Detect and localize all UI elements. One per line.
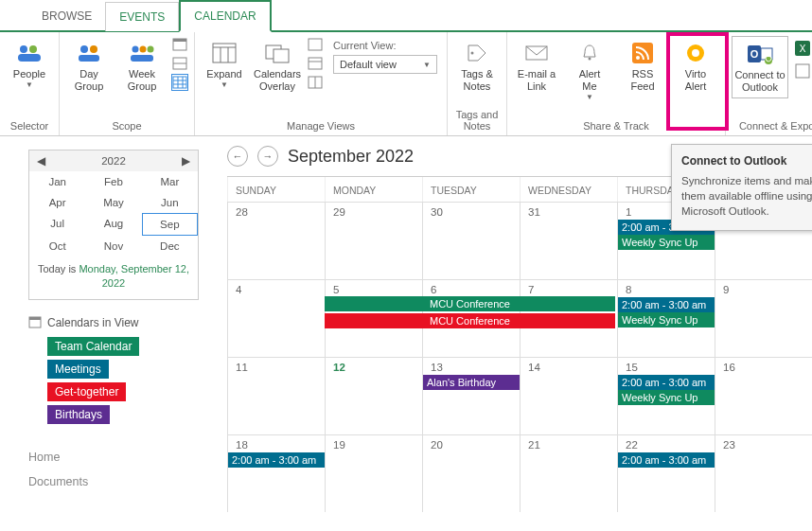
calendar-cell[interactable]: 23 xyxy=(715,434,812,512)
tab-events[interactable]: EVENTS xyxy=(105,2,179,31)
calendar-cell[interactable]: 4 xyxy=(227,279,325,357)
scope-day-icon[interactable] xyxy=(171,36,188,53)
mini-month-aug[interactable]: Aug xyxy=(85,213,141,236)
calendar-chip[interactable]: Team Calendar xyxy=(47,337,139,356)
mini-month-nov[interactable]: Nov xyxy=(85,236,141,257)
svg-rect-44 xyxy=(796,64,809,78)
svg-point-3 xyxy=(80,45,88,53)
calendar-event-bar[interactable]: MCU Conference xyxy=(325,313,615,328)
day-number: 22 xyxy=(618,439,715,451)
week-group-button[interactable]: Week Group xyxy=(118,36,166,97)
day-group-button[interactable]: Day Group xyxy=(65,36,113,97)
calendar-cell[interactable]: 222:00 am - 3:00 am xyxy=(617,434,715,512)
calendar-cell[interactable]: 29 xyxy=(325,202,422,279)
calendar-event[interactable]: 2:00 am - 3:00 am xyxy=(618,452,715,468)
export-excel-button[interactable]: X E xyxy=(794,40,812,57)
calendar-event[interactable]: Weekly Sync Up xyxy=(618,235,715,250)
expand-button[interactable]: Expand ▼ xyxy=(201,36,248,94)
mini-next-icon[interactable]: ▶ xyxy=(182,154,190,168)
excel-icon: X xyxy=(794,40,811,57)
view-small-buttons xyxy=(307,36,324,91)
mini-month-mar[interactable]: Mar xyxy=(142,171,198,192)
svg-point-37 xyxy=(692,49,699,57)
mini-month-jul[interactable]: Jul xyxy=(29,213,85,236)
svg-point-7 xyxy=(140,46,147,53)
calendar-cell[interactable]: 9 xyxy=(715,279,812,357)
day-number: 18 xyxy=(228,439,325,451)
connect-to-outlook-button[interactable]: O Connect to Outlook xyxy=(732,36,788,98)
group-connect-export: O Connect to Outlook X E Fo Connect & Ex… xyxy=(726,32,812,135)
calendar-cell[interactable]: 11 xyxy=(227,357,325,434)
today-line: Today is Monday, September 12, 2022 xyxy=(29,257,198,299)
calendar-cell[interactable]: 182:00 am - 3:00 am xyxy=(227,434,325,512)
svg-rect-9 xyxy=(131,55,153,62)
calendar-cell[interactable]: 152:00 am - 3:00 amWeekly Sync Up xyxy=(617,357,715,434)
nav-documents[interactable]: Documents xyxy=(28,475,206,488)
day-number: 19 xyxy=(326,439,422,451)
calendar-cell[interactable]: 14 xyxy=(520,357,617,434)
calendar-cell[interactable]: 82:00 am - 3:00 amWeekly Sync Up xyxy=(617,279,715,357)
create-view-icon[interactable] xyxy=(307,36,324,53)
nav-home[interactable]: Home xyxy=(28,451,206,464)
calendar-cell[interactable]: 19 xyxy=(325,434,422,512)
calendar-event[interactable]: Alan's Birthday xyxy=(423,375,520,390)
calendar-cell[interactable]: 21 xyxy=(520,434,617,512)
tab-calendar[interactable]: CALENDAR xyxy=(179,0,271,32)
tab-browse[interactable]: BROWSE xyxy=(28,2,105,30)
today-link[interactable]: Monday, September 12, 2022 xyxy=(79,263,189,289)
calendar-event[interactable]: Weekly Sync Up xyxy=(618,390,715,405)
calendar-cell[interactable]: 30 xyxy=(422,202,520,279)
current-view-select[interactable]: Default view ▼ xyxy=(333,55,437,74)
svg-point-1 xyxy=(29,45,37,53)
next-month-button[interactable]: → xyxy=(257,146,278,167)
tags-notes-button[interactable]: Tags & Notes xyxy=(453,36,501,97)
email-link-button[interactable]: E-mail a Link xyxy=(513,36,560,97)
create-column-icon[interactable] xyxy=(307,74,324,91)
group-selector: People ▼ Selector xyxy=(0,32,60,135)
mini-month-jan[interactable]: Jan xyxy=(29,171,85,192)
calendar-cell[interactable]: 20 xyxy=(422,434,520,512)
group-share-track: E-mail a Link Alert Me ▼ RSS Feed Virto … xyxy=(507,32,726,135)
calendar-event-bar[interactable]: MCU Conference xyxy=(325,296,615,311)
mini-calendar: ◀ 2022 ▶ JanFebMarAprMayJunJulAugSepOctN… xyxy=(28,150,199,300)
calendar-cell[interactable]: 31 xyxy=(520,202,617,279)
mini-month-apr[interactable]: Apr xyxy=(29,192,85,213)
mini-month-sep[interactable]: Sep xyxy=(142,213,198,236)
scope-week-icon[interactable] xyxy=(171,55,188,72)
calendar-event[interactable]: 2:00 am - 3:00 am xyxy=(228,452,325,468)
virto-alert-button[interactable]: Virto Alert xyxy=(672,36,719,97)
form-button[interactable]: Fo xyxy=(794,62,812,80)
calendar-chip[interactable]: Birthdays xyxy=(47,405,110,424)
scope-month-icon[interactable] xyxy=(171,74,188,91)
prev-month-button[interactable]: ← xyxy=(227,146,248,167)
alert-me-button[interactable]: Alert Me ▼ xyxy=(566,36,613,106)
calendars-overlay-button[interactable]: Calendars Overlay xyxy=(254,36,301,97)
day-number: 14 xyxy=(521,362,617,373)
mini-month-jun[interactable]: Jun xyxy=(142,192,198,213)
calendar-chip[interactable]: Get-together xyxy=(47,382,126,401)
svg-rect-5 xyxy=(79,55,99,62)
week-icon xyxy=(127,40,157,66)
calendar-chip[interactable]: Meetings xyxy=(47,360,109,379)
calendar-cell[interactable]: 13Alan's Birthday xyxy=(422,357,520,434)
calendar-event[interactable]: Weekly Sync Up xyxy=(618,312,715,327)
svg-text:X: X xyxy=(800,44,806,54)
day-number: 13 xyxy=(423,362,520,373)
svg-rect-14 xyxy=(173,77,186,88)
mini-month-dec[interactable]: Dec xyxy=(142,236,198,257)
chevron-down-icon: ▼ xyxy=(586,93,593,102)
mini-month-oct[interactable]: Oct xyxy=(29,236,85,257)
people-button[interactable]: People ▼ xyxy=(6,36,53,94)
rss-feed-button[interactable]: RSS Feed xyxy=(619,36,666,97)
calendar-cell[interactable]: 28 xyxy=(227,202,325,279)
ribbon-tabs: BROWSE EVENTS CALENDAR xyxy=(0,0,812,32)
mini-prev-icon[interactable]: ◀ xyxy=(37,154,45,168)
calendar-cell[interactable]: 16 xyxy=(715,357,812,434)
calendar-cell[interactable]: 12 xyxy=(325,357,422,434)
calendar-event[interactable]: 2:00 am - 3:00 am xyxy=(618,375,715,390)
mini-month-feb[interactable]: Feb xyxy=(85,171,141,192)
modify-view-icon[interactable] xyxy=(307,55,324,72)
mini-month-may[interactable]: May xyxy=(85,192,141,213)
dow-header: TUESDAY xyxy=(422,177,520,202)
calendar-event[interactable]: 2:00 am - 3:00 am xyxy=(618,297,715,312)
